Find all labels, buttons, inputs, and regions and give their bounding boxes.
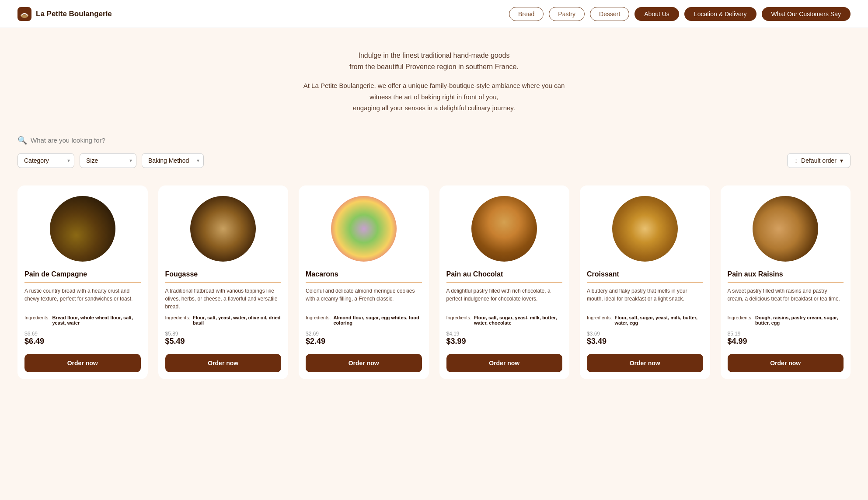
nav-pastry[interactable]: Pastry: [549, 7, 585, 21]
product-card-croissant: Croissant A buttery and flaky pastry tha…: [580, 185, 710, 379]
search-icon: 🔍: [17, 136, 27, 145]
product-description-pain-de-campagne: A rustic country bread with a hearty cru…: [17, 287, 148, 311]
filter-left: Category Bread Pastry Dessert Size Small…: [17, 153, 204, 168]
product-image-pain-au-chocolat: [471, 196, 537, 262]
order-button-croissant[interactable]: Order now: [587, 354, 703, 372]
price-old-macarons: $2.69: [306, 331, 422, 337]
product-name-pain-aux-raisins: Pain aux Raisins: [721, 267, 851, 280]
ingredients-value: Flour, salt, sugar, yeast, milk, butter,…: [614, 315, 703, 325]
product-ingredients-pain-au-chocolat: Ingredients: Flour, salt, sugar, yeast, …: [439, 311, 570, 328]
nav-links: Bread Pastry Dessert About Us Location &…: [509, 7, 851, 21]
price-new-croissant: $3.49: [587, 337, 703, 346]
product-price-pain-au-chocolat: $4.19 $3.99: [439, 328, 570, 350]
product-ingredients-macarons: Ingredients: Almond flour, sugar, egg wh…: [299, 311, 429, 328]
hero-section: Indulge in the finest traditional hand-m…: [0, 28, 868, 127]
product-ingredients-croissant: Ingredients: Flour, salt, sugar, yeast, …: [580, 311, 710, 328]
order-button-fougasse[interactable]: Order now: [165, 354, 282, 372]
sort-button[interactable]: ↕ Default order ▾: [787, 153, 851, 168]
product-ingredients-pain-de-campagne: Ingredients: Bread flour, whole wheat fl…: [17, 311, 148, 328]
filter-row: Category Bread Pastry Dessert Size Small…: [17, 153, 851, 168]
product-price-croissant: $3.69 $3.49: [580, 328, 710, 350]
product-image-croissant: [612, 196, 678, 262]
product-description-pain-au-chocolat: A delightful pastry filled with rich cho…: [439, 287, 570, 311]
ingredients-label: Ingredients:: [306, 315, 331, 325]
product-divider: [728, 282, 844, 283]
size-filter-wrap: Size Small Medium Large: [80, 153, 136, 168]
ingredients-label: Ingredients:: [587, 315, 612, 325]
sort-chevron-icon: ▾: [840, 157, 843, 164]
product-name-croissant: Croissant: [580, 267, 710, 280]
product-description-macarons: Colorful and delicate almond meringue co…: [299, 287, 429, 311]
price-old-croissant: $3.69: [587, 331, 703, 337]
price-old-pain-aux-raisins: $5.19: [728, 331, 844, 337]
product-name-pain-au-chocolat: Pain au Chocolat: [439, 267, 570, 280]
price-old-fougasse: $5.89: [165, 331, 282, 337]
product-name-fougasse: Fougasse: [158, 267, 289, 280]
product-price-pain-de-campagne: $6.69 $6.49: [17, 328, 148, 350]
baking-method-filter-wrap: Baking Method Wood Fire Oven Stone: [142, 153, 204, 168]
product-divider: [165, 282, 282, 283]
order-button-macarons[interactable]: Order now: [306, 354, 422, 372]
product-image-fougasse: [190, 196, 256, 262]
product-divider: [587, 282, 703, 283]
product-description-pain-aux-raisins: A sweet pastry filled with raisins and p…: [721, 287, 851, 311]
product-card-pain-de-campagne: Pain de Campagne A rustic country bread …: [17, 185, 148, 379]
product-divider: [306, 282, 422, 283]
order-button-pain-de-campagne[interactable]: Order now: [24, 354, 141, 372]
product-image-wrap: [580, 185, 710, 267]
navbar: La Petite Boulangerie Bread Pastry Desse…: [0, 0, 868, 28]
product-name-pain-de-campagne: Pain de Campagne: [17, 267, 148, 280]
product-card-pain-au-chocolat: Pain au Chocolat A delightful pastry fil…: [439, 185, 570, 379]
product-image-macarons: [331, 196, 397, 262]
size-filter[interactable]: Size Small Medium Large: [80, 153, 136, 168]
order-button-pain-au-chocolat[interactable]: Order now: [446, 354, 563, 372]
search-row: 🔍: [17, 136, 851, 145]
product-image-wrap: [299, 185, 429, 267]
product-divider: [24, 282, 141, 283]
product-card-fougasse: Fougasse A traditional flatbread with va…: [158, 185, 289, 379]
hero-description: At La Petite Boulangerie, we offer a uni…: [299, 80, 570, 114]
product-image-pain-aux-raisins: [753, 196, 818, 262]
price-new-macarons: $2.49: [306, 337, 422, 346]
hero-tagline: Indulge in the finest traditional hand-m…: [17, 50, 851, 72]
order-button-pain-aux-raisins[interactable]: Order now: [728, 354, 844, 372]
ingredients-label: Ingredients:: [165, 315, 190, 325]
category-filter[interactable]: Category Bread Pastry Dessert: [17, 153, 74, 168]
sort-icon: ↕: [795, 157, 798, 164]
sort-label: Default order: [801, 157, 837, 164]
baking-method-filter[interactable]: Baking Method Wood Fire Oven Stone: [142, 153, 204, 168]
ingredients-value: Dough, raisins, pastry cream, sugar, but…: [755, 315, 844, 325]
product-price-macarons: $2.69 $2.49: [299, 328, 429, 350]
ingredients-value: Almond flour, sugar, egg whites, food co…: [333, 315, 422, 325]
search-input[interactable]: [31, 136, 153, 144]
products-grid: Pain de Campagne A rustic country bread …: [0, 172, 868, 397]
product-card-macarons: Macarons Colorful and delicate almond me…: [299, 185, 429, 379]
ingredients-value: Flour, salt, yeast, water, olive oil, dr…: [193, 315, 281, 325]
brand-name: La Petite Boulangerie: [36, 10, 112, 18]
brand-icon: [17, 7, 31, 21]
price-new-pain-au-chocolat: $3.99: [446, 337, 563, 346]
price-new-fougasse: $5.49: [165, 337, 282, 346]
product-description-croissant: A buttery and flaky pastry that melts in…: [580, 287, 710, 311]
nav-customers-say[interactable]: What Our Customers Say: [762, 7, 851, 21]
nav-about-us[interactable]: About Us: [634, 7, 679, 21]
search-filter-bar: 🔍 Category Bread Pastry Dessert Size Sma…: [0, 127, 868, 172]
ingredients-label: Ingredients:: [446, 315, 471, 325]
nav-bread[interactable]: Bread: [509, 7, 544, 21]
price-old-pain-de-campagne: $6.69: [24, 331, 141, 337]
ingredients-label: Ingredients:: [728, 315, 753, 325]
product-ingredients-pain-aux-raisins: Ingredients: Dough, raisins, pastry crea…: [721, 311, 851, 328]
ingredients-value: Bread flour, whole wheat flour, salt, ye…: [52, 315, 140, 325]
product-card-pain-aux-raisins: Pain aux Raisins A sweet pastry filled w…: [721, 185, 851, 379]
product-price-pain-aux-raisins: $5.19 $4.99: [721, 328, 851, 350]
product-price-fougasse: $5.89 $5.49: [158, 328, 289, 350]
price-new-pain-de-campagne: $6.49: [24, 337, 141, 346]
product-image-wrap: [158, 185, 289, 267]
nav-dessert[interactable]: Dessert: [590, 7, 629, 21]
nav-location-delivery[interactable]: Location & Delivery: [684, 7, 756, 21]
product-image-wrap: [17, 185, 148, 267]
product-description-fougasse: A traditional flatbread with various top…: [158, 287, 289, 311]
product-ingredients-fougasse: Ingredients: Flour, salt, yeast, water, …: [158, 311, 289, 328]
brand[interactable]: La Petite Boulangerie: [17, 7, 112, 21]
category-filter-wrap: Category Bread Pastry Dessert: [17, 153, 74, 168]
